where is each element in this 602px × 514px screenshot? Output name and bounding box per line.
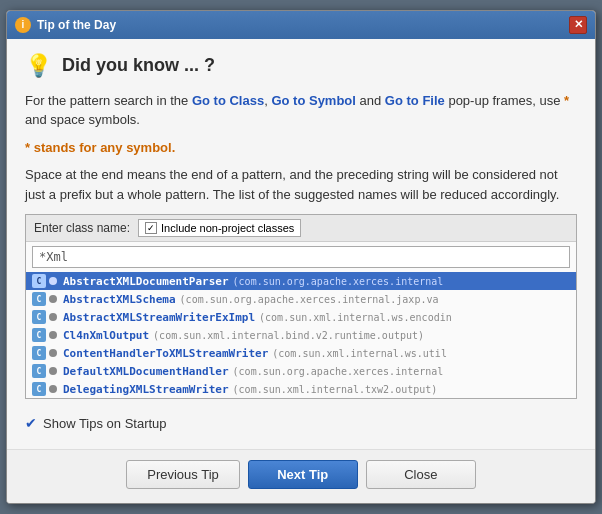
list-item[interactable]: CDelegatingXMLStreamWriter(com.sun.xml.i… bbox=[26, 380, 576, 398]
item-name: AbstractXMLDocumentParser bbox=[63, 275, 229, 288]
list-item[interactable]: CAbstractXMLDocumentParser(com.sun.org.a… bbox=[26, 272, 576, 290]
asterisk-label: * bbox=[25, 140, 30, 155]
tip-of-day-window: i Tip of the Day ✕ 💡 Did you know ... ? … bbox=[6, 10, 596, 505]
close-button[interactable]: Close bbox=[366, 460, 476, 489]
non-project-checkbox-area[interactable]: ✓ Include non-project classes bbox=[138, 219, 301, 237]
class-icon: C bbox=[32, 328, 46, 342]
demo-list: CAbstractXMLDocumentParser(com.sun.org.a… bbox=[26, 272, 576, 398]
goto-file-link: Go to File bbox=[385, 93, 445, 108]
class-name-label: Enter class name: bbox=[34, 221, 130, 235]
access-icon bbox=[49, 331, 57, 339]
tip-line2: * stands for any symbol. bbox=[25, 138, 577, 158]
window-close-button[interactable]: ✕ bbox=[569, 16, 587, 34]
title-bar: i Tip of the Day ✕ bbox=[7, 11, 595, 39]
tip-body: For the pattern search in the Go to Clas… bbox=[25, 91, 577, 205]
heading: Did you know ... ? bbox=[62, 55, 215, 76]
item-package: (com.sun.xml.internal.txw2.output) bbox=[233, 384, 438, 395]
header-row: 💡 Did you know ... ? bbox=[25, 53, 577, 79]
access-icon bbox=[49, 295, 57, 303]
non-project-label: Include non-project classes bbox=[161, 222, 294, 234]
item-package: (com.sun.xml.internal.ws.util bbox=[272, 348, 447, 359]
class-icon: C bbox=[32, 310, 46, 324]
list-item[interactable]: CAbstractXMLSchema(com.sun.org.apache.xe… bbox=[26, 290, 576, 308]
access-icon bbox=[49, 385, 57, 393]
class-name-input[interactable]: *Xml bbox=[32, 246, 570, 268]
asterisk-symbol: * bbox=[564, 93, 569, 108]
demo-header: Enter class name: ✓ Include non-project … bbox=[26, 215, 576, 242]
goto-class-link: Go to Class bbox=[192, 93, 264, 108]
list-item[interactable]: CContentHandlerToXMLStreamWriter(com.sun… bbox=[26, 344, 576, 362]
window-title: Tip of the Day bbox=[37, 18, 116, 32]
item-name: Cl4nXmlOutput bbox=[63, 329, 149, 342]
class-icon: C bbox=[32, 274, 46, 288]
show-tips-area: ✔ Show Tips on Startup bbox=[25, 405, 577, 435]
class-icon: C bbox=[32, 346, 46, 360]
goto-symbol-link: Go to Symbol bbox=[271, 93, 356, 108]
item-name: DefaultXMLDocumentHandler bbox=[63, 365, 229, 378]
list-item[interactable]: CDefaultXMLDocumentHandler(com.sun.org.a… bbox=[26, 362, 576, 380]
access-icon bbox=[49, 277, 57, 285]
item-package: (com.sun.org.apache.xerces.internal bbox=[233, 366, 444, 377]
content-area: 💡 Did you know ... ? For the pattern sea… bbox=[7, 39, 595, 450]
show-tips-check-icon: ✔ bbox=[25, 415, 37, 431]
item-name: AbstractXMLSchema bbox=[63, 293, 176, 306]
previous-tip-button[interactable]: Previous Tip bbox=[126, 460, 240, 489]
demo-box: Enter class name: ✓ Include non-project … bbox=[25, 214, 577, 399]
item-package: (com.sun.org.apache.xerces.internal bbox=[233, 276, 444, 287]
title-bar-left: i Tip of the Day bbox=[15, 17, 116, 33]
access-icon bbox=[49, 349, 57, 357]
button-row: Previous Tip Next Tip Close bbox=[7, 449, 595, 503]
item-package: (com.sun.org.apache.xerces.internal.jaxp… bbox=[180, 294, 439, 305]
list-item[interactable]: CCl4nXmlOutput(com.sun.xml.internal.bind… bbox=[26, 326, 576, 344]
list-item[interactable]: CAbstractXMLStreamWriterExImpl(com.sun.x… bbox=[26, 308, 576, 326]
item-name: AbstractXMLStreamWriterExImpl bbox=[63, 311, 255, 324]
item-package: (com.sun.xml.internal.ws.encodin bbox=[259, 312, 452, 323]
show-tips-label: Show Tips on Startup bbox=[43, 416, 167, 431]
access-icon bbox=[49, 367, 57, 375]
next-tip-button[interactable]: Next Tip bbox=[248, 460, 358, 489]
item-name: ContentHandlerToXMLStreamWriter bbox=[63, 347, 268, 360]
tip-line3: Space at the end means the end of a patt… bbox=[25, 165, 577, 204]
non-project-checkbox[interactable]: ✓ bbox=[145, 222, 157, 234]
access-icon bbox=[49, 313, 57, 321]
class-icon: C bbox=[32, 364, 46, 378]
tip-line1: For the pattern search in the Go to Clas… bbox=[25, 91, 577, 130]
class-icon: C bbox=[32, 382, 46, 396]
class-icon: C bbox=[32, 292, 46, 306]
window-icon: i bbox=[15, 17, 31, 33]
item-name: DelegatingXMLStreamWriter bbox=[63, 383, 229, 396]
bulb-icon: 💡 bbox=[25, 53, 52, 79]
item-package: (com.sun.xml.internal.bind.v2.runtime.ou… bbox=[153, 330, 424, 341]
